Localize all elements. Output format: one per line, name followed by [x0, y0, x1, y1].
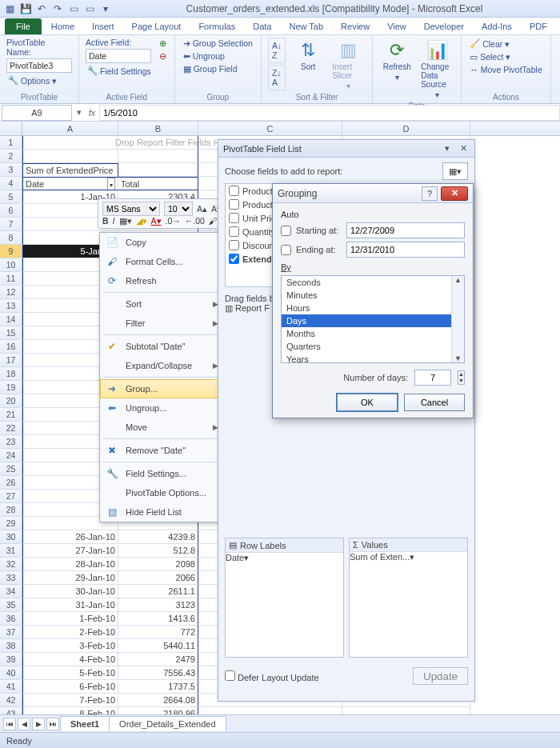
menu-item-sort[interactable]: Sort▶: [100, 294, 223, 314]
cell[interactable]: 1413.6: [118, 612, 198, 626]
row-header[interactable]: 33: [0, 571, 22, 585]
update-button[interactable]: Update: [413, 667, 468, 685]
field-list-dropdown-icon[interactable]: ▾: [441, 142, 454, 155]
row-header[interactable]: 23: [0, 435, 22, 449]
number-of-days-input[interactable]: [414, 370, 451, 386]
row-header[interactable]: 17: [0, 354, 22, 367]
field-checkbox[interactable]: [229, 226, 239, 237]
row-header[interactable]: 31: [0, 544, 22, 558]
row-header[interactable]: 28: [0, 503, 22, 517]
undo-icon[interactable]: ↶: [35, 2, 48, 15]
cell[interactable]: 31-Jan-10: [22, 598, 118, 612]
menu-item-subtotal-date-[interactable]: ✔Subtotal "Date": [100, 337, 223, 356]
change-data-source-button[interactable]: 📊Change Data Source▾: [419, 38, 454, 102]
cell[interactable]: 2098: [118, 558, 198, 571]
cell[interactable]: Total: [118, 177, 198, 190]
row-header[interactable]: 11: [0, 272, 22, 286]
grow-font-icon[interactable]: A▴: [197, 204, 207, 214]
by-option-hours[interactable]: Hours: [282, 302, 464, 314]
move-pivottable-button[interactable]: ↔ Move PivotTable: [468, 64, 544, 75]
row-header[interactable]: 42: [0, 694, 22, 707]
row-field-date[interactable]: Date▾: [226, 553, 343, 563]
cell[interactable]: [118, 163, 198, 177]
fx-icon[interactable]: fx: [85, 108, 99, 118]
menu-item-refresh[interactable]: ⟳Refresh: [100, 271, 223, 290]
fill-color-icon[interactable]: ◢▾: [136, 216, 147, 226]
menu-item-expand-collapse[interactable]: Expand/Collapse▶: [100, 356, 223, 375]
tab-nav-prev[interactable]: ◀: [18, 718, 30, 730]
row-header[interactable]: 26: [0, 476, 22, 490]
format-painter-icon[interactable]: 🖌: [209, 216, 218, 226]
row-header[interactable]: 20: [0, 394, 22, 408]
cell[interactable]: 772: [118, 626, 198, 639]
insert-slicer-button[interactable]: ▥Insert Slicer▾: [330, 38, 366, 93]
cell[interactable]: 4-Feb-10: [22, 653, 118, 666]
collapse-field-button[interactable]: ⊖: [158, 50, 168, 62]
row-header[interactable]: 24: [0, 449, 22, 462]
tab-pagelayout[interactable]: Page Layout: [124, 18, 190, 34]
tab-nav-next[interactable]: ▶: [32, 718, 45, 730]
cell[interactable]: 27-Jan-10: [22, 544, 118, 558]
menu-item-filter[interactable]: Filter▶: [100, 314, 223, 333]
ok-button[interactable]: OK: [337, 394, 398, 411]
menu-item-hide-field-list[interactable]: ▤Hide Field List: [100, 502, 223, 522]
tab-developer[interactable]: Developer: [416, 18, 472, 34]
cell[interactable]: 2479: [118, 653, 198, 666]
row-header[interactable]: 5: [0, 190, 22, 204]
field-checkbox[interactable]: [229, 186, 239, 196]
group-selection-button[interactable]: ➜ Group Selection: [182, 38, 254, 49]
starting-at-input[interactable]: [346, 222, 465, 238]
row-header[interactable]: 29: [0, 517, 22, 530]
formula-input[interactable]: [99, 105, 560, 121]
cell[interactable]: 2664.08: [118, 694, 198, 707]
cell[interactable]: 5-Feb-10: [22, 666, 118, 680]
italic-button[interactable]: I: [113, 216, 115, 226]
sort-button[interactable]: ⇅Sort: [290, 38, 326, 74]
row-header[interactable]: 8: [0, 231, 22, 245]
active-field-input[interactable]: [86, 49, 151, 63]
menu-item-ungroup-[interactable]: ⬅Ungroup...: [100, 398, 223, 418]
row-header[interactable]: 4: [0, 177, 22, 190]
col-header-c[interactable]: C: [198, 122, 342, 135]
layout-button[interactable]: ▦▾: [442, 162, 468, 180]
menu-item-field-settings-[interactable]: 🔧Field Settings...: [100, 464, 223, 483]
row-header[interactable]: 36: [0, 612, 22, 626]
cell[interactable]: 7-Feb-10: [22, 694, 118, 707]
spinner-down[interactable]: ▼: [458, 378, 464, 384]
bold-button[interactable]: B: [102, 216, 109, 226]
tab-review[interactable]: Review: [333, 18, 378, 34]
col-header-a[interactable]: A: [22, 122, 118, 135]
row-header[interactable]: 9: [0, 245, 22, 258]
spinner-up[interactable]: ▲: [458, 371, 464, 378]
by-option-seconds[interactable]: Seconds: [282, 276, 464, 289]
row-header[interactable]: 21: [0, 408, 22, 422]
row-header[interactable]: 38: [0, 639, 22, 653]
row-header[interactable]: 34: [0, 585, 22, 598]
by-option-days[interactable]: Days: [282, 314, 464, 327]
row-header[interactable]: 41: [0, 680, 22, 694]
pivottable-name-input[interactable]: [6, 58, 72, 73]
row-header[interactable]: 19: [0, 381, 22, 394]
menu-item-group-[interactable]: ➜Group...: [100, 379, 223, 398]
field-checkbox[interactable]: [229, 240, 239, 250]
row-header[interactable]: 22: [0, 422, 22, 435]
cell[interactable]: 5440.11: [118, 639, 198, 653]
sheet-tab-sheet1[interactable]: Sheet1: [60, 716, 110, 731]
font-size-select[interactable]: 10: [164, 202, 193, 216]
tab-file[interactable]: File: [5, 18, 42, 34]
cell[interactable]: 3123: [118, 598, 198, 612]
close-icon[interactable]: ✕: [457, 142, 470, 155]
row-header[interactable]: 1: [0, 136, 22, 150]
tab-home[interactable]: Home: [43, 18, 82, 34]
cancel-button[interactable]: Cancel: [404, 394, 465, 411]
ungroup-button[interactable]: ⬅ Ungroup: [182, 50, 254, 62]
row-header[interactable]: 18: [0, 367, 22, 381]
select-button[interactable]: ▭ Select ▾: [468, 51, 544, 62]
sheet-tab-order-details[interactable]: Order_Details_Extended: [109, 716, 226, 731]
row-header[interactable]: 12: [0, 286, 22, 299]
cell[interactable]: 3-Feb-10: [22, 639, 118, 653]
tab-formulas[interactable]: Formulas: [190, 18, 243, 34]
qat-dropdown-icon[interactable]: ▾: [99, 2, 112, 15]
refresh-button[interactable]: ⟳Refresh▾: [379, 38, 414, 84]
col-header-b[interactable]: B: [118, 122, 198, 135]
